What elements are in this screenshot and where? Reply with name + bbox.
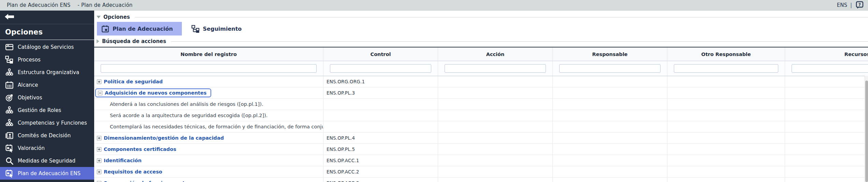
topbar-divider: | [850,2,852,8]
empty-cell [785,121,868,132]
expand-icon[interactable] [97,80,101,84]
record-link[interactable]: Identificación [104,158,142,163]
empty-cell [667,87,785,98]
record-cell: Atenderá a las conclusiones del análisis… [94,99,323,110]
sidebar-item-plan-de-adecuacion-ens[interactable]: Plan de Adecuación ENS [0,167,94,180]
record-link[interactable]: Requisitos de acceso [104,169,162,174]
filter-input-control[interactable] [330,64,431,73]
filter-input-recursos[interactable] [792,64,868,73]
action-text: Será acorde a la arquitectura de segurid… [110,113,267,118]
sidebar-item-label: Competencias y Funciones [18,120,87,126]
sidebar-item-label: Gestión de Roles [18,107,61,113]
actions-table: Nombre del registroControlAcciónResponsa… [94,47,868,182]
record-cell: Será acorde a la arquitectura de segurid… [94,110,323,121]
control-cell: ENS.OP.ACC.1 [323,155,438,166]
sidebar-item-medidas-de-seguridad[interactable]: Medidas de Seguridad [0,154,94,167]
record-link[interactable]: Política de seguridad [104,79,163,84]
sidebar-item-objetivos[interactable]: Objetivos [0,91,94,104]
sidebar-item-label: Procesos [18,57,41,63]
sidebar-item-valoracion[interactable]: Valoración [0,142,94,154]
record-cell: Contemplará las necesidades técnicas, de… [94,121,323,132]
sidebar-item-estructura-organizativa[interactable]: Estructura Organizativa [0,66,94,79]
empty-cell [667,166,785,177]
scheme-label: ENS [837,2,847,8]
svg-text:?: ? [858,2,861,7]
empty-cell [785,99,868,110]
calendar-icon [4,81,14,89]
vertical-scrollbar-thumb[interactable] [865,81,868,182]
sitemap-icon [191,25,200,33]
org-icon [4,119,14,127]
record-link[interactable]: Componentes certificados [104,146,176,152]
empty-cell [323,121,438,132]
empty-cell [438,87,553,98]
empty-cell [667,132,785,143]
tab-seguimiento[interactable]: Seguimiento [188,22,245,36]
column-header-nombre-del-registro[interactable]: Nombre del registro [94,47,323,61]
filter-input-nombre-del-registro[interactable] [101,64,317,73]
help-bubble-icon[interactable]: ? [855,1,864,9]
empty-cell [667,99,785,110]
column-header-accion[interactable]: Acción [438,47,553,61]
empty-cell [553,178,667,182]
control-cell: ENS.OP.PL.4 [323,132,438,143]
expand-icon[interactable] [97,170,101,174]
record-cell: Segregación de funciones y tareas [94,178,323,182]
filter-cell-otro-responsable [667,61,785,76]
selected-record-outline: Adquisición de nuevos componentes [95,88,211,97]
sidebar-item-procesos[interactable]: Procesos [0,53,94,66]
table-row: IdentificaciónENS.OP.ACC.1 [94,155,868,166]
empty-cell [553,155,667,166]
empty-cell [438,132,553,143]
sidebar-item-label: Estructura Organizativa [18,69,79,75]
table-row: Componentes certificadosENS.OP.PL.5 [94,144,868,155]
tab-label: Plan de Adecuación [113,26,173,32]
empty-cell [553,121,667,132]
expand-icon[interactable] [97,136,101,140]
collapse-toggle-icon[interactable] [97,16,101,18]
empty-cell [438,99,553,110]
table-row: Dimensionamiento/gestión de la capacidad… [94,132,868,144]
sidebar-item-competencias-y-funciones[interactable]: Competencias y Funciones [0,116,94,129]
column-header-recursos[interactable]: Recursos [785,47,868,61]
expand-icon[interactable] [97,158,101,163]
options-panel-header: Opciones [94,13,868,21]
collapse-icon[interactable] [98,91,102,95]
sidebar-item-catalogo-de-servicios[interactable]: Catálogo de Servicios [0,41,94,53]
sidebar-item-alcance[interactable]: Alcance [0,79,94,91]
column-header-otro-responsable[interactable]: Otro Responsable [667,47,785,61]
sidebar-item-label: Alcance [18,82,38,88]
table-row: Segregación de funciones y tareasENS.OP.… [94,178,868,182]
record-cell: Componentes certificados [94,144,323,155]
filter-input-responsable[interactable] [559,64,661,73]
control-cell: ENS.OP.PL.3 [323,87,438,98]
empty-cell [785,87,868,98]
sidebar-back-button[interactable] [0,11,94,24]
filter-input-otro-responsable[interactable] [674,64,778,73]
empty-cell [553,144,667,155]
column-header-responsable[interactable]: Responsable [553,47,667,61]
back-arrow-icon [5,14,14,21]
expand-icon[interactable] [97,147,101,152]
empty-cell [438,155,553,166]
empty-cell [438,121,553,132]
table-row: Política de seguridadENS.ORG.ORG.1 [94,76,868,87]
record-link[interactable]: Dimensionamiento/gestión de la capacidad [104,135,224,141]
record-link[interactable]: Adquisición de nuevos componentes [105,90,207,96]
vertical-scrollbar-track[interactable] [865,76,868,182]
idcard-icon [4,131,14,140]
calendar-cursor-icon [4,144,14,152]
sidebar-item-label: Medidas de Seguridad [18,158,75,164]
record-link[interactable]: Segregación de funciones y tareas [104,180,200,182]
sidebar-item-gestion-de-roles[interactable]: Gestión de Roles [0,104,94,116]
tab-plan-de-adecuacion[interactable]: Plan de Adecuación [97,22,182,36]
empty-cell [785,155,868,166]
expand-toggle-icon[interactable] [97,39,99,43]
table-subrow: Será acorde a la arquitectura de segurid… [94,110,868,121]
expand-icon[interactable] [97,181,101,182]
filter-cell-nombre-del-registro [94,61,323,76]
sidebar-item-comites-de-decision[interactable]: Comités de Decisión [0,129,94,142]
filter-input-accion[interactable] [445,64,546,73]
search-panel-header: Búsqueda de acciones [94,38,868,45]
column-header-control[interactable]: Control [323,47,438,61]
